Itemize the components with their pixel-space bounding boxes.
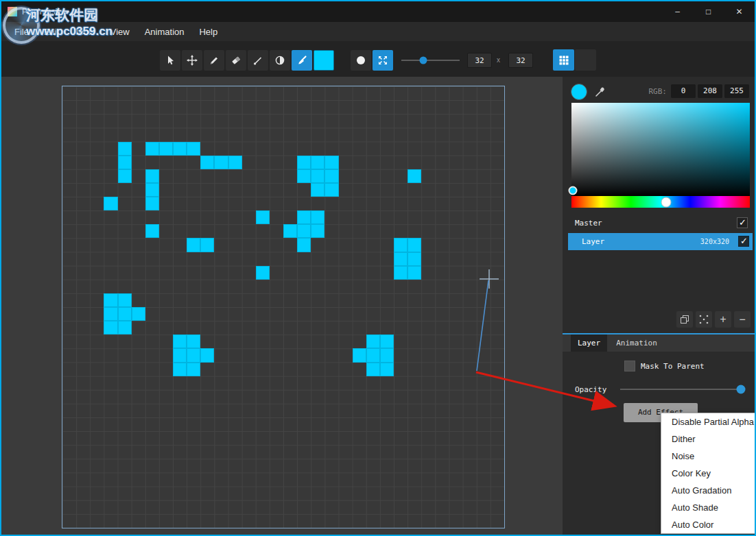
layers-toolbar: + −: [676, 311, 751, 328]
effect-item-disable-partial-alpha[interactable]: Disable Partial Alpha: [661, 413, 756, 430]
window-title: Pixelmash: [22, 7, 60, 16]
right-panel: RGB: 0 208 255 Master Layer 320x320 + −: [563, 77, 755, 535]
rgb-label: RGB:: [638, 87, 667, 96]
effect-item-dither[interactable]: Dither: [661, 430, 756, 448]
master-layer-label: Master: [575, 219, 602, 228]
maximize-button[interactable]: □: [693, 1, 724, 22]
pen-icon: [252, 55, 263, 66]
sv-gradient[interactable]: [571, 103, 750, 196]
effect-item-auto-shade[interactable]: Auto Shade: [661, 499, 756, 516]
select-tool-button[interactable]: [160, 50, 180, 71]
copy-icon: [679, 314, 690, 325]
hue-marker[interactable]: [661, 197, 671, 207]
menu-tools[interactable]: Tools: [67, 27, 102, 37]
pencil-tool-button[interactable]: [204, 50, 224, 71]
fill-tool-button[interactable]: [270, 50, 290, 71]
effect-item-auto-color[interactable]: Auto Color: [661, 516, 756, 533]
effect-menu: Disable Partial Alpha Dither Noise Color…: [661, 413, 756, 534]
layer-name: Layer: [582, 237, 604, 246]
brush-size-handle[interactable]: [420, 57, 427, 64]
tab-layer[interactable]: Layer: [571, 334, 607, 352]
master-visibility-checkbox[interactable]: [737, 217, 748, 228]
duplicate-layer-button[interactable]: [676, 311, 693, 328]
menu-animation[interactable]: Animation: [137, 27, 192, 37]
canvas-area: [1, 77, 563, 535]
opacity-slider[interactable]: [620, 389, 741, 390]
remove-layer-button[interactable]: −: [734, 311, 751, 328]
scatter-mode-button[interactable]: [373, 50, 393, 71]
menu-help[interactable]: Help: [191, 27, 225, 37]
scatter-icon: [377, 55, 388, 66]
menu-view[interactable]: View: [103, 27, 137, 37]
eraser-icon: [231, 55, 241, 66]
cursor-icon: [165, 55, 176, 66]
sv-marker[interactable]: [569, 186, 578, 195]
effect-item-noise[interactable]: Noise: [661, 448, 756, 465]
circle-shape-icon: [355, 55, 366, 66]
grid-icon: [558, 55, 569, 66]
mask-to-parent-checkbox[interactable]: [624, 361, 635, 371]
layer-tab-strip: Layer Animation: [563, 333, 755, 352]
minimize-button[interactable]: –: [662, 1, 693, 22]
dots-icon: [698, 314, 709, 325]
pixel-grid[interactable]: [62, 86, 505, 528]
close-button[interactable]: ✕: [724, 1, 755, 22]
transform-layer-button[interactable]: [696, 311, 712, 328]
line-tool-button[interactable]: [248, 50, 268, 71]
app-icon: [8, 7, 17, 16]
effect-item-color-key[interactable]: Color Key: [661, 465, 756, 482]
grid-toggle-button[interactable]: [553, 49, 574, 71]
hue-bar[interactable]: [571, 196, 750, 208]
canvas-width-input[interactable]: [467, 53, 492, 68]
add-layer-button[interactable]: +: [715, 311, 731, 328]
opacity-handle[interactable]: [737, 385, 746, 394]
title-bar: Pixelmash – □ ✕: [1, 1, 755, 22]
rgb-g-value[interactable]: 208: [698, 84, 722, 98]
brush-size-slider[interactable]: [401, 60, 460, 61]
tab-animation[interactable]: Animation: [607, 334, 666, 352]
toolbar: x: [1, 41, 755, 78]
effect-item-auto-gradation[interactable]: Auto Gradation: [661, 482, 756, 499]
dims-separator: x: [497, 56, 500, 64]
layer-size: 320x320: [700, 238, 729, 245]
rgb-b-value[interactable]: 255: [724, 84, 749, 98]
pencil-icon: [209, 55, 220, 66]
eyedropper-icon[interactable]: [594, 84, 608, 98]
app-window: Pixelmash – □ ✕ File Edit Tools View Ani…: [0, 0, 756, 536]
current-color-indicator[interactable]: [571, 84, 587, 100]
brush-icon: [296, 55, 307, 66]
layer-visibility-checkbox[interactable]: [738, 236, 749, 247]
rgb-r-value[interactable]: 0: [671, 84, 696, 98]
menu-bar: File Edit Tools View Animation Help: [1, 22, 755, 41]
plus-icon: +: [720, 313, 726, 326]
opacity-label: Opacity: [575, 385, 606, 394]
eraser-tool-button[interactable]: [226, 50, 246, 71]
minus-icon: −: [739, 313, 745, 326]
color-swatch-button[interactable]: [314, 50, 334, 71]
grid-alt-toggle-button[interactable]: [575, 49, 596, 71]
menu-edit[interactable]: Edit: [36, 27, 67, 37]
half-circle-icon: [274, 55, 285, 66]
mask-to-parent-label: Mask To Parent: [641, 362, 705, 371]
window-controls: – □ ✕: [662, 1, 755, 22]
menu-file[interactable]: File: [7, 27, 36, 37]
move-tool-button[interactable]: [182, 50, 202, 71]
brush-tool-button[interactable]: [292, 50, 312, 71]
layer-row[interactable]: Layer 320x320: [568, 233, 753, 250]
brush-shape-button[interactable]: [351, 50, 371, 71]
move-icon: [187, 55, 198, 66]
canvas-height-input[interactable]: [508, 53, 533, 68]
